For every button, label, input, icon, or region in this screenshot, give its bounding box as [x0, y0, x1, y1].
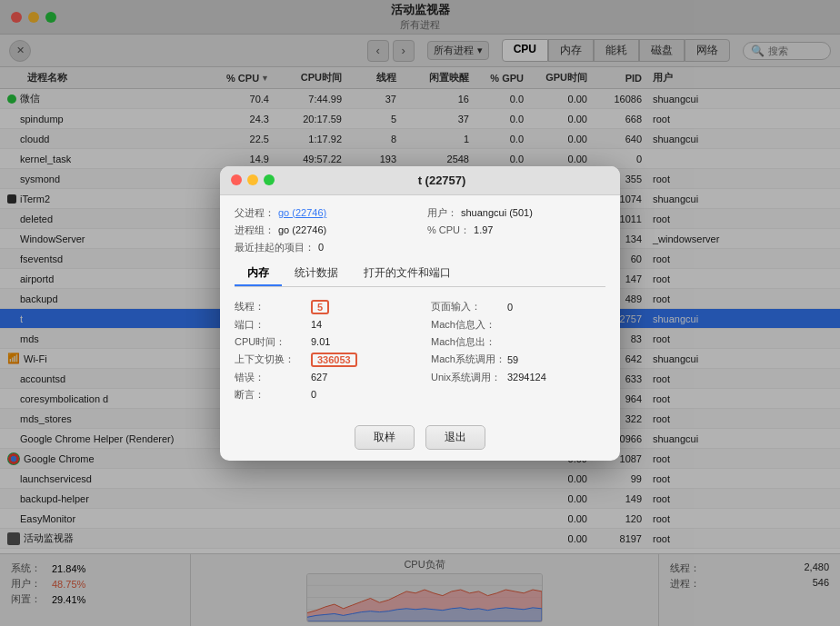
modal-user-value: shuangcui (501)	[461, 207, 533, 218]
modal-cpu-label: % CPU：	[427, 224, 470, 237]
modal-process-group: 进程组： go (22746)	[235, 224, 413, 237]
modal-detail-mach-out: Mach信息出：	[431, 335, 605, 349]
modal-page-in-label: 页面输入：	[431, 300, 504, 313]
modal-parent-value[interactable]: go (22746)	[278, 207, 326, 218]
modal-overlay: t (22757) 父进程： go (22746) 用户： shuangcui …	[0, 0, 840, 626]
process-detail-modal: t (22757) 父进程： go (22746) 用户： shuangcui …	[220, 166, 620, 461]
modal-user-label: 用户：	[427, 206, 457, 220]
sample-button[interactable]: 取样	[355, 425, 415, 450]
modal-min-button[interactable]	[247, 174, 258, 185]
modal-assertions-label: 断言：	[235, 388, 307, 402]
modal-unix-syscall-label: Unix系统调用：	[431, 371, 504, 384]
modal-threads-label: 线程：	[235, 300, 307, 313]
modal-detail-threads: 线程： 5	[235, 300, 409, 314]
modal-tab-files[interactable]: 打开的文件和端口	[351, 262, 464, 286]
modal-title: t (22757)	[275, 174, 609, 187]
modal-errors-label: 错误：	[235, 371, 307, 384]
modal-cpu-value: 1.97	[474, 224, 493, 235]
modal-detail-ports: 端口： 14	[235, 318, 409, 332]
modal-cputime-label: CPU时间：	[235, 335, 307, 349]
modal-mach-in-label: Mach信息入：	[431, 318, 504, 332]
modal-tab-memory[interactable]: 内存	[235, 262, 282, 286]
modal-footer: 取样 退出	[220, 418, 620, 461]
modal-detail-errors: 错误： 627	[235, 371, 409, 384]
modal-assertions-value: 0	[311, 389, 316, 400]
modal-unix-syscall-value: 3294124	[507, 372, 546, 383]
modal-detail-grid: 线程： 5 页面输入： 0 端口： 14 Mach信息入： CPU时间：	[235, 294, 605, 407]
modal-detail-mach-in: Mach信息入：	[431, 318, 605, 332]
modal-ports-label: 端口：	[235, 318, 307, 332]
modal-tab-stats[interactable]: 统计数据	[282, 262, 351, 286]
modal-parent-process: 父进程： go (22746)	[235, 206, 413, 220]
modal-errors-value: 627	[311, 372, 327, 383]
modal-max-button[interactable]	[264, 174, 275, 185]
modal-recent-info: 最近挂起的项目： 0	[235, 241, 413, 254]
modal-mach-syscall-label: Mach系统调用：	[431, 353, 504, 366]
modal-context-value: 336053	[311, 353, 357, 367]
modal-detail-unix-syscall: Unix系统调用： 3294124	[431, 371, 605, 384]
modal-detail-page-in: 页面输入： 0	[431, 300, 605, 314]
modal-titlebar: t (22757)	[220, 166, 620, 195]
modal-cpu-info: % CPU： 1.97	[427, 224, 605, 237]
modal-info-grid: 父进程： go (22746) 用户： shuangcui (501) 进程组：…	[235, 206, 605, 254]
modal-user-info: 用户： shuangcui (501)	[427, 206, 605, 220]
modal-group-value: go (22746)	[278, 224, 326, 235]
modal-detail-cpu-time: CPU时间： 9.01	[235, 335, 409, 349]
modal-ports-value: 14	[311, 319, 322, 330]
modal-tabs: 内存 统计数据 打开的文件和端口	[235, 262, 605, 287]
modal-parent-label: 父进程：	[235, 206, 275, 220]
modal-detail-assertions: 断言： 0	[235, 388, 409, 402]
modal-detail-context: 上下文切换： 336053	[235, 353, 409, 367]
modal-mach-syscall-value: 59	[507, 354, 518, 365]
modal-threads-value: 5	[311, 300, 329, 314]
modal-context-label: 上下文切换：	[235, 353, 307, 366]
modal-recent-value: 0	[318, 242, 324, 253]
modal-close-button[interactable]	[231, 174, 242, 185]
modal-detail-mach-syscall: Mach系统调用： 59	[431, 353, 605, 367]
modal-page-in-value: 0	[507, 302, 513, 313]
modal-window-controls	[231, 174, 275, 185]
modal-cputime-value: 9.01	[311, 336, 330, 347]
quit-button[interactable]: 退出	[425, 425, 485, 450]
modal-mach-out-label: Mach信息出：	[431, 335, 504, 349]
modal-body: 父进程： go (22746) 用户： shuangcui (501) 进程组：…	[220, 195, 620, 418]
modal-recent-label: 最近挂起的项目：	[235, 241, 315, 254]
modal-group-label: 进程组：	[235, 224, 275, 237]
